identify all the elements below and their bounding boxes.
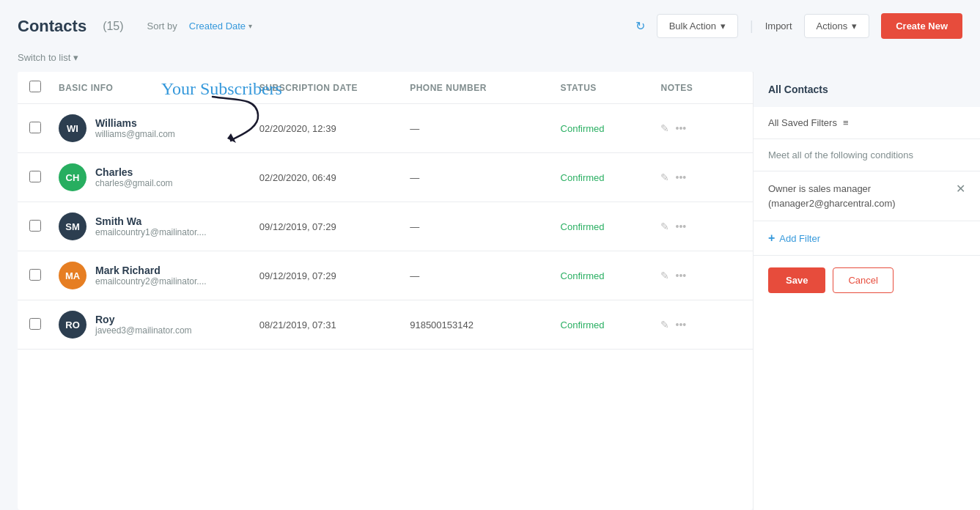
row-checkbox[interactable] [29, 171, 41, 182]
status-badge: Confirmed [561, 221, 605, 232]
row-basic-info: CH Charles charles@gmail.com [59, 163, 259, 191]
save-button[interactable]: Save [768, 267, 825, 293]
top-bar: Contacts (15) Sort by Created Date ▾ ↻ B… [0, 0, 980, 52]
row-basic-info: WI Williams williams@gmail.com [59, 114, 259, 142]
filter-icon: ≡ [843, 117, 849, 128]
col-status: Status [561, 83, 661, 93]
contact-name[interactable]: Mark Richard [95, 265, 207, 276]
bulk-action-button[interactable]: Bulk Action ▾ [657, 14, 738, 38]
table-body: WI Williams williams@gmail.com 02/20/202… [18, 104, 753, 350]
row-checkbox[interactable] [29, 269, 41, 281]
chevron-down-icon: ▾ [721, 21, 726, 32]
col-notes: Notes [660, 83, 741, 93]
contact-name[interactable]: Williams [95, 117, 175, 129]
conditions-text: Meet all of the following conditions [754, 139, 980, 171]
notes-icon[interactable]: ✎ [660, 171, 669, 183]
page-title: Contacts [18, 17, 86, 36]
chevron-down-icon: ▾ [852, 21, 857, 32]
chevron-down-icon: ▾ [73, 52, 78, 63]
contact-name[interactable]: Smith Wa [95, 215, 207, 227]
more-options-icon[interactable]: ••• [675, 319, 686, 330]
table-row: RO Roy javeed3@mailinator.com 08/21/2019… [18, 300, 753, 350]
import-button[interactable]: Import [765, 21, 792, 32]
more-options-icon[interactable]: ••• [675, 221, 686, 232]
status-badge: Confirmed [561, 172, 605, 183]
switch-to-list-button[interactable]: Switch to list ▾ [18, 52, 78, 63]
row-subscription-date: 08/21/2019, 07:31 [259, 319, 410, 330]
all-saved-filters-label: All Saved Filters [768, 117, 837, 128]
row-check-col [29, 269, 59, 283]
header-check-col [29, 81, 59, 95]
contacts-count: (15) [103, 20, 123, 33]
row-phone: — [410, 221, 560, 232]
contact-info: Mark Richard emailcountry2@mailinator...… [95, 265, 207, 287]
more-options-icon[interactable]: ••• [675, 171, 686, 183]
more-options-icon[interactable]: ••• [675, 122, 686, 134]
notes-icon[interactable]: ✎ [660, 221, 669, 232]
bulk-action-label: Bulk Action [669, 21, 716, 32]
avatar: WI [59, 114, 86, 142]
row-phone: — [410, 270, 560, 281]
more-options-icon[interactable]: ••• [675, 270, 686, 281]
row-notes: ✎ ••• [660, 171, 741, 183]
col-basic-info: Basic Info [59, 83, 259, 93]
add-filter-button[interactable]: + Add Filter [754, 221, 980, 256]
row-notes: ✎ ••• [660, 319, 741, 330]
contact-info: Williams williams@gmail.com [95, 117, 175, 139]
row-notes: ✎ ••• [660, 270, 741, 281]
avatar: SM [59, 212, 86, 240]
status-badge: Confirmed [561, 270, 605, 281]
row-checkbox[interactable] [29, 220, 41, 232]
row-phone: — [410, 123, 560, 134]
row-status: Confirmed [561, 270, 661, 281]
notes-icon[interactable]: ✎ [660, 122, 669, 134]
create-new-button[interactable]: Create New [881, 13, 962, 39]
col-phone-number: Phone Number [410, 83, 560, 93]
status-badge: Confirmed [561, 319, 605, 330]
notes-icon[interactable]: ✎ [660, 270, 669, 281]
contacts-table: Basic Info Subscription Date Phone Numbe… [18, 72, 753, 510]
add-filter-label: Add Filter [779, 233, 820, 244]
table-header: Basic Info Subscription Date Phone Numbe… [18, 72, 753, 104]
actions-button[interactable]: Actions ▾ [804, 14, 870, 38]
filter-condition-row: Owner is sales manager (manager2@gharcen… [754, 171, 980, 221]
notes-icon[interactable]: ✎ [660, 319, 669, 330]
row-notes: ✎ ••• [660, 122, 741, 134]
refresh-button[interactable]: ↻ [635, 19, 645, 33]
separator: | [750, 18, 754, 34]
row-check-col [29, 318, 59, 332]
contact-email: charles@gmail.com [95, 178, 173, 188]
sort-dropdown[interactable]: Created Date ▾ [189, 21, 252, 32]
row-check-col [29, 171, 59, 185]
create-new-label: Create New [896, 21, 948, 32]
sort-value: Created Date [189, 21, 246, 32]
col-subscription-date: Subscription Date [259, 83, 410, 93]
row-basic-info: MA Mark Richard emailcountry2@mailinator… [59, 262, 259, 289]
chevron-down-icon: ▾ [248, 22, 252, 30]
all-saved-filters-button[interactable]: All Saved Filters ≡ [754, 107, 980, 139]
row-notes: ✎ ••• [660, 221, 741, 232]
filter-remove-button[interactable]: ✕ [956, 182, 965, 196]
contact-email: emailcountry2@mailinator.... [95, 276, 207, 287]
row-checkbox[interactable] [29, 122, 41, 133]
all-contacts-label: All Contacts [754, 72, 980, 107]
row-basic-info: SM Smith Wa emailcountry1@mailinator.... [59, 212, 259, 240]
select-all-checkbox[interactable] [29, 81, 41, 92]
avatar: MA [59, 262, 86, 289]
row-phone: 918500153142 [410, 319, 560, 330]
cancel-button[interactable]: Cancel [833, 267, 893, 293]
refresh-icon: ↻ [635, 19, 645, 33]
contact-name[interactable]: Charles [95, 166, 173, 178]
table-row: CH Charles charles@gmail.com 02/20/2020,… [18, 153, 753, 202]
right-panel: All Contacts All Saved Filters ≡ Meet al… [753, 72, 980, 510]
row-subscription-date: 09/12/2019, 07:29 [259, 221, 410, 232]
contact-email: emailcountry1@mailinator.... [95, 227, 207, 237]
contact-info: Charles charles@gmail.com [95, 166, 173, 188]
table-row: WI Williams williams@gmail.com 02/20/202… [18, 104, 753, 153]
add-filter-plus-icon: + [768, 232, 775, 245]
row-checkbox[interactable] [29, 318, 41, 330]
contact-name[interactable]: Roy [95, 314, 192, 325]
avatar: CH [59, 163, 86, 191]
row-status: Confirmed [561, 319, 661, 330]
panel-actions: Save Cancel [754, 256, 980, 305]
